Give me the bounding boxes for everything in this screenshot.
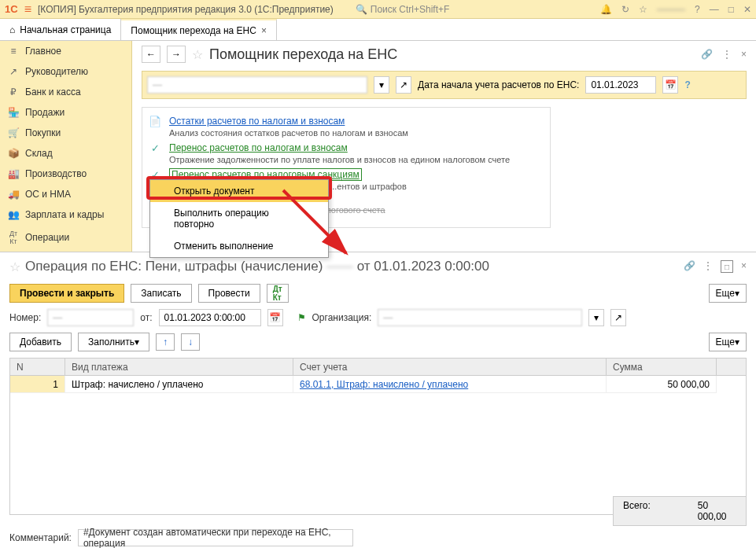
total-value: 50 000,00 [698, 500, 736, 522]
org-label: Организация: [312, 312, 372, 323]
fill-button[interactable]: Заполнить ▾ [78, 333, 149, 351]
comment-label: Комментарий: [9, 532, 72, 543]
number-input[interactable]: — [47, 309, 134, 326]
cell-account: 68.01.1, Штраф: начислено / уплачено [293, 376, 607, 393]
favorite-icon[interactable]: ☆ [639, 4, 647, 15]
cell-number: 1 [10, 376, 65, 393]
document-form: ☆ Операция по ЕНС: Пени, штрафы (начисле… [0, 252, 756, 548]
global-search[interactable]: 🔍 Поиск Ctrl+Shift+F [356, 4, 450, 15]
tab-assistant[interactable]: Помощник перехода на ЕНС × [121, 19, 277, 40]
sidebar-item-bank[interactable]: ₽Банк и касса [0, 82, 131, 102]
link-icon[interactable]: 🔗 [701, 49, 713, 60]
org-input[interactable]: — [378, 309, 582, 326]
date-start-label: Дата начала учета расчетов по ЕНС: [418, 79, 579, 90]
calendar-doc-button[interactable]: 📅 [267, 309, 283, 326]
more-button-2[interactable]: Еще ▾ [709, 333, 747, 351]
tabbar: ⌂ Начальная страница Помощник перехода н… [0, 19, 756, 41]
sidebar-item-manager[interactable]: ↗Руководителю [0, 61, 131, 82]
org-dropdown-button[interactable]: ▾ [588, 309, 604, 326]
step-2-link[interactable]: Перенос расчетов по налогам и взносам [169, 142, 348, 153]
chart-icon: ↗ [8, 66, 19, 77]
search-icon: 🔍 [356, 4, 367, 15]
tab-close-icon[interactable]: × [261, 25, 267, 36]
date-start-input[interactable]: 01.01.2023 [585, 76, 656, 94]
flag-icon[interactable]: ⚑ [297, 312, 306, 323]
dtkt-icon: ДтКт [8, 230, 19, 245]
ctx-cancel-execution[interactable]: Отменить выполнение [150, 235, 328, 257]
sidebar-item-sales[interactable]: 🏪Продажи [0, 102, 131, 123]
factory-icon: 🏭 [8, 168, 19, 179]
step-1-link[interactable]: Остатки расчетов по налогам и взносам [169, 116, 345, 127]
doc-favorite-icon[interactable]: ☆ [9, 259, 20, 274]
move-down-button[interactable]: ↓ [181, 333, 200, 351]
sidebar-item-main[interactable]: ≡Главное [0, 41, 131, 61]
post-and-close-button[interactable]: Провести и закрыть [9, 284, 124, 303]
org-date-row: — ▾ ↗ Дата начала учета расчетов по ЕНС:… [142, 71, 747, 99]
bell-icon[interactable]: 🔔 [600, 4, 612, 15]
box-icon: 📦 [8, 148, 19, 159]
help-date-icon[interactable]: ? [684, 79, 690, 90]
add-row-button[interactable]: Добавить [9, 333, 72, 351]
ctx-open-document[interactable]: Открыть документ [150, 180, 328, 202]
home-icon: ⌂ [9, 24, 15, 35]
open-org-button[interactable]: ↗ [396, 76, 411, 94]
titlebar: 1С ≡ [КОПИЯ] Бухгалтерия предприятия ред… [0, 0, 756, 19]
sidebar-item-salary[interactable]: 👥Зарплата и кадры [0, 204, 131, 225]
doc-link-icon[interactable]: 🔗 [684, 260, 695, 273]
app-logo: 1С [5, 3, 18, 15]
table-row[interactable]: 1 Штраф: начислено / уплачено 68.01.1, Ш… [10, 376, 746, 393]
col-payment-type[interactable]: Вид платежа [65, 359, 293, 375]
maximize-icon[interactable]: □ [728, 4, 734, 15]
sidebar-item-production[interactable]: 🏭Производство [0, 164, 131, 184]
sidebar: ≡Главное ↗Руководителю ₽Банк и касса 🏪Пр… [0, 41, 132, 252]
step-1: 📄 Остатки расчетов по налогам и взносам … [149, 116, 540, 138]
close-window-icon[interactable]: ✕ [743, 4, 751, 15]
doc-restore-icon[interactable]: □ [721, 260, 733, 273]
tab-assistant-label: Помощник перехода на ЕНС [131, 25, 256, 36]
total-label: Всего: [623, 500, 651, 522]
col-number[interactable]: N [10, 359, 65, 375]
history-icon[interactable]: ↻ [621, 4, 629, 15]
save-button[interactable]: Записать [131, 284, 191, 303]
user-label[interactable]: ——— [657, 4, 685, 15]
nav-fwd-button[interactable]: → [167, 46, 186, 63]
context-menu: Открыть документ Выполнить операцию повт… [149, 179, 329, 258]
nav-back-button[interactable]: ← [142, 46, 160, 63]
favorite-toggle-icon[interactable]: ☆ [192, 47, 203, 62]
account-link[interactable]: 68.01.1, Штраф: начислено / уплачено [300, 379, 468, 390]
total-row: Всего: 50 000,00 [9, 496, 747, 526]
tab-home[interactable]: ⌂ Начальная страница [0, 19, 121, 40]
truck-icon: 🚚 [8, 189, 19, 200]
check-icon: ✓ [149, 142, 161, 154]
sidebar-item-operations[interactable]: ДтКтОперации [0, 225, 131, 250]
more-button-1[interactable]: Еще ▾ [709, 284, 747, 303]
page-title: Помощник перехода на ЕНС [209, 46, 397, 63]
help-icon[interactable]: ? [695, 4, 700, 15]
post-button[interactable]: Провести [198, 284, 260, 303]
close-panel-icon[interactable]: × [741, 49, 747, 60]
step-2: ✓ Перенос расчетов по налогам и взносам … [149, 142, 540, 164]
sidebar-item-assets[interactable]: 🚚ОС и НМА [0, 184, 131, 204]
col-amount[interactable]: Сумма [607, 359, 717, 375]
kebab-icon[interactable]: ⋮ [722, 49, 732, 60]
ctx-redo-operation[interactable]: Выполнить операцию повторно [150, 202, 328, 235]
organization-select[interactable]: — [147, 76, 367, 94]
dropdown-button[interactable]: ▾ [374, 76, 389, 94]
col-account[interactable]: Счет учета [293, 359, 607, 375]
org-open-button[interactable]: ↗ [610, 309, 626, 326]
tab-home-label: Начальная страница [20, 24, 111, 35]
date-input[interactable]: 01.01.2023 0:00:00 [159, 309, 261, 326]
main-menu-icon[interactable]: ≡ [24, 2, 31, 17]
sidebar-item-stock[interactable]: 📦Склад [0, 143, 131, 164]
dtkt-button[interactable]: ДтКт [267, 284, 289, 303]
minimize-icon[interactable]: — [710, 4, 719, 15]
sidebar-item-purchase[interactable]: 🛒Покупки [0, 123, 131, 143]
doc-kebab-icon[interactable]: ⋮ [703, 260, 713, 273]
doc-close-icon[interactable]: × [741, 260, 747, 273]
comment-input[interactable]: #Документ создан автоматически при перех… [78, 529, 353, 546]
document-title: Операция по ЕНС: Пени, штрафы (начислени… [25, 259, 489, 274]
cell-type: Штраф: начислено / уплачено [65, 376, 293, 393]
move-up-button[interactable]: ↑ [156, 333, 175, 351]
cell-amount: 50 000,00 [607, 376, 717, 393]
calendar-button[interactable]: 📅 [662, 76, 678, 94]
